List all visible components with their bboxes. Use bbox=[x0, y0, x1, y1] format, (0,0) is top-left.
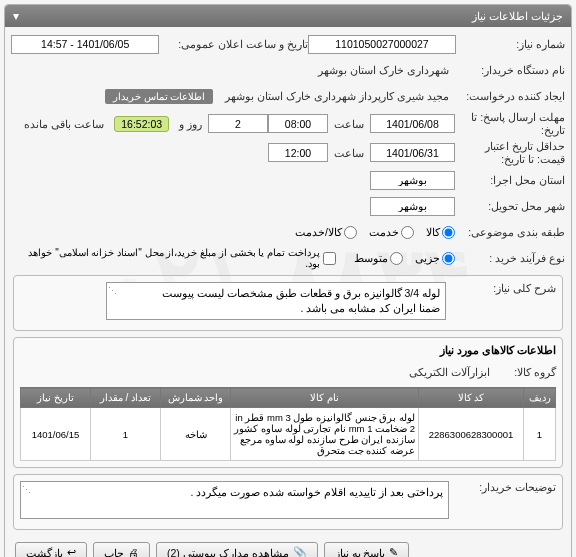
col-unit[interactable]: واحد شمارش bbox=[161, 388, 231, 408]
payment-note-text: پرداخت تمام یا بخشی از مبلغ خرید،از محل … bbox=[11, 247, 320, 269]
buyer-org-label: نام دستگاه خریدار: bbox=[455, 64, 565, 76]
goods-table: ردیف کد کالا نام کالا واحد شمارش تعداد /… bbox=[20, 387, 556, 461]
radio-kala-label: کالا bbox=[426, 226, 440, 238]
goods-info-heading: اطلاعات کالاهای مورد نیاز bbox=[20, 344, 556, 357]
requester-value: مجید شیری کارپرداز شهرداری خارک استان بو… bbox=[219, 90, 455, 102]
goods-group-label: گروه کالا: bbox=[496, 366, 556, 378]
countdown-timer: 16:52:03 bbox=[114, 116, 169, 132]
payment-note-checkbox[interactable] bbox=[323, 252, 336, 265]
radio-kalakhadmat-label: کالا/خدمت bbox=[295, 226, 342, 238]
contact-info-button[interactable]: اطلاعات تماس خریدار bbox=[105, 89, 214, 104]
footer-buttons: ✎ پاسخ به نیاز 📎 مشاهده مدارک پیوستی (2)… bbox=[11, 536, 565, 557]
radio-partial-label: جزیی bbox=[415, 252, 440, 264]
goods-group-value: ابزارآلات الکتریکی bbox=[403, 366, 496, 378]
exec-province-label: استان محل اجرا: bbox=[455, 174, 565, 186]
goods-info-panel: اطلاعات کالاهای مورد نیاز گروه کالا: ابز… bbox=[13, 337, 563, 468]
collapse-icon[interactable]: ▾ bbox=[13, 9, 19, 23]
col-date[interactable]: تاریخ نیاز bbox=[21, 388, 91, 408]
buyer-notes-textarea[interactable]: ⋰ پرداختی بعد از تاییدیه اقلام خواسته شد… bbox=[20, 481, 449, 519]
days-remaining-field bbox=[208, 114, 268, 133]
day-and-label: روز و bbox=[173, 118, 208, 130]
delivery-city-field[interactable] bbox=[370, 197, 455, 216]
need-description-value: لوله 3/4 گالوانیزه برق و قطعات طبق مشخصا… bbox=[162, 287, 440, 314]
col-name[interactable]: نام کالا bbox=[231, 388, 419, 408]
buyer-notes-label: توضیحات خریدار: bbox=[449, 481, 556, 493]
radio-partial-input[interactable] bbox=[442, 252, 455, 265]
table-row[interactable]: 1 2286300628300001 لوله برق جنس گالوانیز… bbox=[21, 408, 556, 461]
attachments-button-label: مشاهده مدارک پیوستی (2) bbox=[167, 547, 289, 557]
requester-label: ایجاد کننده درخواست: bbox=[455, 90, 565, 102]
panel-header: جزئیات اطلاعات نیاز ▾ bbox=[5, 5, 571, 27]
need-description-label: شرح کلی نیاز: bbox=[446, 282, 556, 294]
buy-process-label: نوع فرآیند خرید : bbox=[455, 252, 565, 264]
radio-medium-label: متوسط bbox=[354, 252, 388, 264]
payment-note-checkbox-wrap[interactable]: پرداخت تمام یا بخشی از مبلغ خرید،از محل … bbox=[11, 247, 336, 269]
buyer-notes-value: پرداختی بعد از تاییدیه اقلام خواسته شده … bbox=[191, 486, 443, 498]
price-validity-date[interactable] bbox=[370, 143, 455, 162]
hour-label-1: ساعت bbox=[328, 118, 370, 130]
subject-category-label: طبقه بندی موضوعی: bbox=[455, 226, 565, 238]
print-icon: 🖨 bbox=[128, 547, 139, 557]
cell-name: لوله برق جنس گالوانیزه طول mm 3 قطر in 2… bbox=[231, 408, 419, 461]
back-button[interactable]: ↩ بازگشت bbox=[15, 542, 87, 557]
cell-qty: 1 bbox=[91, 408, 161, 461]
radio-khadmat[interactable]: خدمت bbox=[369, 226, 414, 239]
buyer-org-value: شهرداری خارک استان بوشهر bbox=[312, 64, 455, 76]
print-button[interactable]: 🖨 چاپ bbox=[93, 542, 150, 557]
col-row[interactable]: ردیف bbox=[524, 388, 556, 408]
radio-kala-input[interactable] bbox=[442, 226, 455, 239]
price-validity-hour[interactable] bbox=[268, 143, 328, 162]
price-validity-label: حداقل تاریخ اعتبار قیمت: تا تاریخ: bbox=[455, 140, 565, 165]
attachments-button[interactable]: 📎 مشاهده مدارک پیوستی (2) bbox=[156, 542, 318, 557]
hour-label-2: ساعت bbox=[328, 147, 370, 159]
cell-unit: شاخه bbox=[161, 408, 231, 461]
announce-datetime-label: تاریخ و ساعت اعلان عمومی: bbox=[159, 38, 307, 50]
col-code[interactable]: کد کالا bbox=[419, 388, 524, 408]
radio-medium-input[interactable] bbox=[390, 252, 403, 265]
details-panel: جزئیات اطلاعات نیاز ▾ شماره نیاز: تاریخ … bbox=[4, 4, 572, 557]
radio-medium[interactable]: متوسط bbox=[354, 252, 403, 265]
radio-khadmat-input[interactable] bbox=[401, 226, 414, 239]
resize-grip-icon-2: ⋰ bbox=[23, 484, 31, 492]
buyer-notes-panel: توضیحات خریدار: ⋰ پرداختی بعد از تاییدیه… bbox=[13, 474, 563, 530]
panel-title: جزئیات اطلاعات نیاز bbox=[472, 10, 563, 23]
need-description-panel: شرح کلی نیاز: ⋰ لوله 3/4 گالوانیزه برق و… bbox=[13, 275, 563, 331]
col-qty[interactable]: تعداد / مقدار bbox=[91, 388, 161, 408]
resize-grip-icon: ⋰ bbox=[109, 285, 117, 293]
response-deadline-date[interactable] bbox=[370, 114, 455, 133]
response-deadline-hour[interactable] bbox=[268, 114, 328, 133]
radio-khadmat-label: خدمت bbox=[369, 226, 399, 238]
radio-kalakhadmat-input[interactable] bbox=[344, 226, 357, 239]
print-button-label: چاپ bbox=[104, 547, 124, 557]
need-description-textarea[interactable]: ⋰ لوله 3/4 گالوانیزه برق و قطعات طبق مشخ… bbox=[106, 282, 446, 320]
cell-code: 2286300628300001 bbox=[419, 408, 524, 461]
exec-province-field[interactable] bbox=[370, 171, 455, 190]
delivery-city-label: شهر محل تحویل: bbox=[455, 200, 565, 212]
remaining-label: ساعت باقی مانده bbox=[18, 118, 110, 130]
reply-icon: ✎ bbox=[389, 546, 398, 557]
reply-button[interactable]: ✎ پاسخ به نیاز bbox=[324, 542, 410, 557]
attachment-icon: 📎 bbox=[293, 546, 307, 557]
need-number-field[interactable] bbox=[308, 35, 456, 54]
back-button-label: بازگشت bbox=[26, 547, 63, 557]
reply-button-label: پاسخ به نیاز bbox=[335, 547, 386, 557]
back-icon: ↩ bbox=[67, 546, 76, 557]
cell-row: 1 bbox=[524, 408, 556, 461]
cell-date: 1401/06/15 bbox=[21, 408, 91, 461]
need-number-label: شماره نیاز: bbox=[456, 38, 565, 50]
radio-kala[interactable]: کالا bbox=[426, 226, 455, 239]
radio-partial[interactable]: جزیی bbox=[415, 252, 455, 265]
announce-datetime-field[interactable] bbox=[11, 35, 159, 54]
radio-kalakhadmat[interactable]: کالا/خدمت bbox=[295, 226, 357, 239]
response-deadline-label: مهلت ارسال پاسخ: تا تاریخ: bbox=[455, 111, 565, 136]
